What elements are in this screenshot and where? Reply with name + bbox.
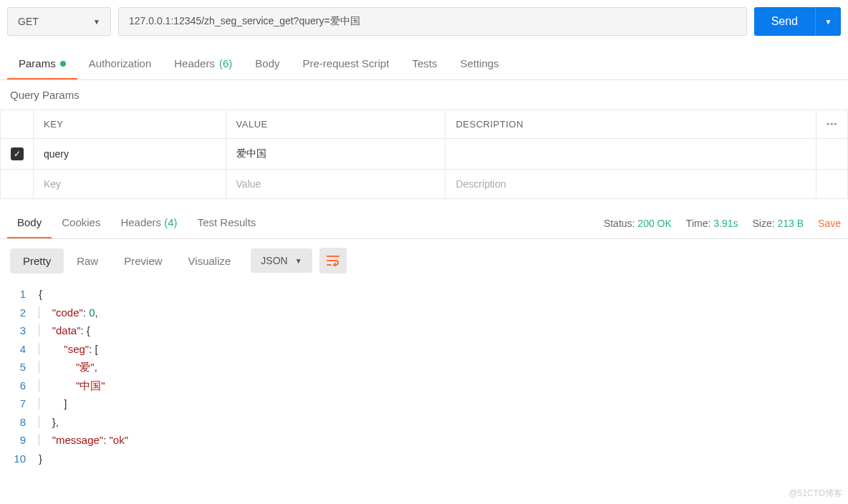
tab-tests[interactable]: Tests <box>400 49 448 79</box>
section-title: Query Params <box>0 80 848 110</box>
size-label: Size: 213 B <box>752 218 804 229</box>
rtab-test-results[interactable]: Test Results <box>188 208 266 238</box>
tab-authorization[interactable]: Authorization <box>77 49 163 79</box>
response-tabs: Body Cookies Headers (4) Test Results <box>7 208 266 238</box>
status-label: Status: 200 OK <box>604 218 672 229</box>
param-key-cell[interactable]: query <box>34 139 226 170</box>
wrap-button[interactable] <box>319 248 347 273</box>
tab-body[interactable]: Body <box>244 49 291 79</box>
request-bar: GET ▼ 127.0.0.1:12345/zh_seg_service_get… <box>0 0 848 43</box>
params-table: KEY VALUE DESCRIPTION ••• ✓ query 爱中国 Ke… <box>0 110 848 199</box>
bulk-edit-toggle[interactable]: ••• <box>816 110 847 139</box>
tab-prerequest[interactable]: Pre-request Script <box>292 49 401 79</box>
rtab-headers[interactable]: Headers (4) <box>110 208 187 238</box>
send-group: Send ▼ <box>754 7 841 36</box>
send-button[interactable]: Send <box>754 7 815 36</box>
chevron-down-icon: ▼ <box>93 18 100 26</box>
vtab-visualize[interactable]: Visualize <box>175 248 244 273</box>
param-desc-cell[interactable] <box>445 139 816 170</box>
response-body[interactable]: 1{2 "code": 0,3 "data": {4 "seg": [5 "爱"… <box>0 282 848 482</box>
url-value: 127.0.0.1:12345/zh_seg_service_get?query… <box>129 15 360 28</box>
response-bar: Body Cookies Headers (4) Test Results St… <box>0 208 848 239</box>
view-bar: Pretty Raw Preview Visualize JSON ▼ <box>0 239 848 282</box>
request-tabs: Params Authorization Headers (6) Body Pr… <box>0 49 848 80</box>
rtab-cookies[interactable]: Cookies <box>52 208 110 238</box>
checkbox-header <box>1 110 34 139</box>
tab-headers[interactable]: Headers (6) <box>163 49 244 79</box>
chevron-down-icon: ▼ <box>295 257 302 265</box>
key-header: KEY <box>34 110 226 139</box>
method-value: GET <box>18 16 39 27</box>
vtab-pretty[interactable]: Pretty <box>10 248 64 273</box>
param-value-cell[interactable]: 爱中国 <box>226 139 445 170</box>
response-meta: Status: 200 OK Time: 3.91s Size: 213 B S… <box>604 218 841 229</box>
vtab-raw[interactable]: Raw <box>64 248 111 273</box>
view-tabs: Pretty Raw Preview Visualize <box>10 248 244 273</box>
desc-header: DESCRIPTION <box>445 110 816 139</box>
value-input[interactable]: Value <box>226 170 445 199</box>
key-input[interactable]: Key <box>34 170 226 199</box>
save-link[interactable]: Save <box>818 218 841 229</box>
send-dropdown[interactable]: ▼ <box>815 7 841 36</box>
table-row-new: Key Value Description <box>1 170 848 199</box>
chevron-down-icon: ▼ <box>825 18 832 26</box>
wrap-icon <box>327 255 339 266</box>
table-row: ✓ query 爱中国 <box>1 139 848 170</box>
desc-input[interactable]: Description <box>445 170 816 199</box>
status-dot-icon <box>60 61 66 67</box>
time-label: Time: 3.91s <box>686 218 738 229</box>
tab-params[interactable]: Params <box>7 49 77 79</box>
method-select[interactable]: GET ▼ <box>7 7 111 36</box>
tab-settings[interactable]: Settings <box>448 49 510 79</box>
value-header: VALUE <box>226 110 445 139</box>
checkbox-icon[interactable]: ✓ <box>11 147 24 160</box>
format-select[interactable]: JSON ▼ <box>251 248 312 273</box>
url-input[interactable]: 127.0.0.1:12345/zh_seg_service_get?query… <box>118 7 747 36</box>
vtab-preview[interactable]: Preview <box>111 248 175 273</box>
rtab-body[interactable]: Body <box>7 208 52 238</box>
